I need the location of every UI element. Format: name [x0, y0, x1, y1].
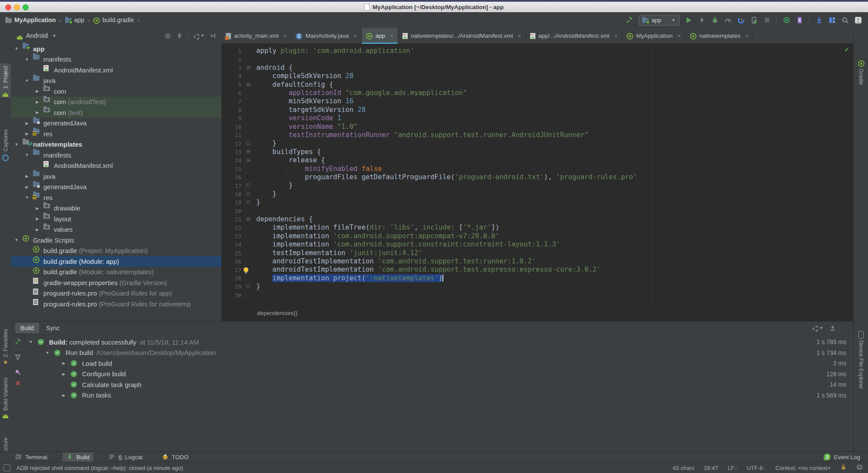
- pin-icon[interactable]: [14, 369, 21, 376]
- code-line-24[interactable]: 24 implementation 'com.android.support.c…: [221, 240, 853, 249]
- tree-item-proguard-rules-pro-proguard-rules-for-nativetemp[interactable]: proguard-rules.pro (ProGuard Rules for n…: [11, 299, 221, 309]
- close-panel-icon[interactable]: [14, 380, 21, 387]
- code-line-7[interactable]: 7 minSdkVersion 16: [221, 97, 853, 105]
- tab-app[interactable]: app×: [362, 28, 398, 43]
- chevron-collapsed-icon[interactable]: ▶: [24, 121, 30, 125]
- gradle-daemon-icon[interactable]: [856, 464, 863, 472]
- toolwindow-stripe-device-file-explorer[interactable]: Device File Explorer: [854, 328, 868, 391]
- toolwindow-button-6-logcat[interactable]: 6: Logcat: [105, 453, 147, 462]
- close-tab-icon[interactable]: ×: [518, 33, 521, 39]
- tree-item-com-test[interactable]: ▶com (test): [11, 107, 221, 118]
- search-everywhere-icon[interactable]: [842, 16, 849, 24]
- stop-icon[interactable]: [763, 16, 771, 24]
- code-line-5[interactable]: 5 defaultConfig {: [221, 81, 853, 89]
- build-row-run-tasks[interactable]: ▶Run tasks1 s 589 ms: [25, 390, 853, 401]
- close-tab-icon[interactable]: ×: [614, 33, 617, 39]
- toolwindow-button-terminal[interactable]: Terminal: [11, 453, 51, 462]
- chevron-expanded-icon[interactable]: ▼: [14, 142, 19, 147]
- fold-end-icon[interactable]: [247, 192, 250, 196]
- lock-icon[interactable]: [840, 464, 847, 472]
- fold-end-icon[interactable]: [247, 141, 250, 145]
- filter-icon[interactable]: [14, 354, 21, 361]
- close-tab-icon[interactable]: ×: [745, 33, 749, 39]
- debug-icon[interactable]: [711, 16, 719, 24]
- code-line-20[interactable]: 20: [221, 207, 853, 215]
- code-line-22[interactable]: 22 implementation fileTree(dir: 'libs', …: [221, 223, 853, 232]
- chevron-collapsed-icon[interactable]: ▶: [35, 206, 40, 210]
- code-line-19[interactable]: 19}: [221, 198, 853, 207]
- chevron-expanded-icon[interactable]: ▼: [14, 238, 19, 242]
- code-line-3[interactable]: 3android {: [221, 64, 853, 72]
- close-tab-icon[interactable]: ×: [353, 33, 357, 39]
- code-line-2[interactable]: 2: [221, 55, 853, 63]
- chevron-collapsed-icon[interactable]: ▶: [35, 227, 40, 232]
- tree-item-app[interactable]: ▼app: [11, 43, 221, 54]
- chevron-collapsed-icon[interactable]: ▶: [61, 393, 66, 397]
- code-line-15[interactable]: 15 minifyEnabled false: [221, 165, 853, 173]
- run-icon[interactable]: [685, 16, 693, 24]
- tree-item-manifests[interactable]: ▼manifests: [11, 150, 221, 161]
- profile-account-icon[interactable]: [855, 16, 862, 24]
- tree-item-proguard-rules-pro-proguard-rules-for-app[interactable]: proguard-rules.pro (ProGuard Rules for a…: [11, 288, 221, 299]
- code-line-9[interactable]: 9 versionCode 1: [221, 114, 853, 122]
- fold-end-icon[interactable]: [247, 200, 250, 204]
- chevron-collapsed-icon[interactable]: ▶: [35, 100, 40, 104]
- chevron-expanded-icon[interactable]: ▼: [24, 57, 30, 62]
- tree-item-build-gradle-project-myapplication[interactable]: build.gradle (Project: MyApplication): [11, 246, 221, 256]
- line-ending-widget[interactable]: LF↕: [728, 465, 737, 471]
- chevron-expanded-icon[interactable]: ▼: [24, 195, 30, 200]
- tab-activity-main-xml[interactable]: activity_main.xml×: [221, 28, 291, 43]
- tree-item-com[interactable]: ▶com: [11, 86, 221, 97]
- code-line-28[interactable]: 28 implementation project(':nativetempla…: [221, 274, 853, 282]
- tab-app-androidmanifest-xml[interactable]: app/.../AndroidManifest.xml×: [526, 28, 622, 43]
- chevron-collapsed-icon[interactable]: ▶: [35, 110, 40, 115]
- code-line-29[interactable]: 29}: [221, 282, 853, 291]
- toolwindow-button-todo[interactable]: TODO: [158, 453, 193, 462]
- code-line-27[interactable]: 27 androidTestImplementation 'com.androi…: [221, 266, 853, 274]
- build-tab-sync[interactable]: Sync: [41, 323, 65, 333]
- code-line-18[interactable]: 18 }: [221, 190, 853, 198]
- code-line-10[interactable]: 10 versionName "1.0": [221, 123, 853, 131]
- chevron-expanded-icon[interactable]: ▼: [24, 79, 30, 83]
- fold-collapse-icon[interactable]: [247, 150, 250, 154]
- breadcrumb-item-myapplication[interactable]: MyApplication: [5, 16, 56, 23]
- chevron-expanded-icon[interactable]: ▼: [24, 153, 30, 157]
- code-line-21[interactable]: 21dependencies {: [221, 215, 853, 223]
- build-row-run-build[interactable]: ▼Run build/Users/jweisbaum/Desktop/MyApp…: [25, 348, 853, 358]
- event-log-button[interactable]: 2 Event Log: [824, 453, 868, 460]
- tree-item-build-gradle-module-app[interactable]: build.gradle (Module: app): [11, 256, 221, 267]
- profiler-icon[interactable]: [737, 16, 745, 24]
- build-row-configure-build[interactable]: ▶Configure build128 ms: [25, 369, 853, 380]
- toolwindow-stripe-gradle[interactable]: Gradle: [854, 57, 868, 88]
- fold-collapse-icon[interactable]: [247, 158, 250, 162]
- tree-item-layout[interactable]: ▶layout: [11, 214, 221, 224]
- tool-window-switcher-icon[interactable]: [3, 464, 10, 471]
- rerun-build-hammer-icon[interactable]: [14, 338, 21, 345]
- build-row-calculate-task-graph[interactable]: Calculate task graph14 ms: [25, 379, 853, 390]
- settings-gear-icon[interactable]: ▼: [194, 33, 205, 39]
- chevron-collapsed-icon[interactable]: ▶: [61, 372, 66, 376]
- tree-item-manifests[interactable]: ▼manifests: [11, 54, 221, 65]
- code-line-25[interactable]: 25 testImplementation 'junit:junit:4.12': [221, 249, 853, 257]
- tree-item-gradle-wrapper-properties-gradle-version[interactable]: gradle-wrapper.properties (Gradle Versio…: [11, 277, 221, 288]
- tab-nativetemplates-androidmanifest-xml[interactable]: nativetemplates/.../AndroidManifest.xml×: [398, 28, 526, 43]
- chevron-collapsed-icon[interactable]: ▶: [24, 185, 30, 189]
- tree-item-values[interactable]: ▶values: [11, 224, 221, 235]
- code-editor[interactable]: 1apply plugin: 'com.android.application'…: [221, 43, 853, 305]
- code-line-1[interactable]: 1apply plugin: 'com.android.application': [221, 47, 853, 55]
- chevron-collapsed-icon[interactable]: ▶: [24, 174, 30, 178]
- code-line-16[interactable]: 16 proguardFiles getDefaultProguardFile(…: [221, 173, 853, 181]
- chevron-expanded-icon[interactable]: ▼: [28, 340, 33, 344]
- code-line-12[interactable]: 12 }: [221, 139, 853, 148]
- chevron-collapsed-icon[interactable]: ▶: [35, 217, 40, 221]
- code-line-8[interactable]: 8 targetSdkVersion 28: [221, 106, 853, 114]
- run-configuration-select[interactable]: app ▼: [639, 15, 680, 26]
- tree-item-res[interactable]: ▶res: [11, 128, 221, 139]
- tree-item-com-androidtest[interactable]: ▶com (androidTest): [11, 97, 221, 108]
- tree-item-drawable[interactable]: ▶drawable: [11, 203, 221, 214]
- close-tab-icon[interactable]: ×: [284, 33, 287, 39]
- avd-manager-icon[interactable]: [783, 16, 790, 24]
- breadcrumb-item-build-gradle[interactable]: build.gradle: [93, 16, 134, 23]
- sync-project-icon[interactable]: [815, 16, 823, 24]
- tree-item-androidmanifest-xml[interactable]: AndroidManifest.xml: [11, 161, 221, 171]
